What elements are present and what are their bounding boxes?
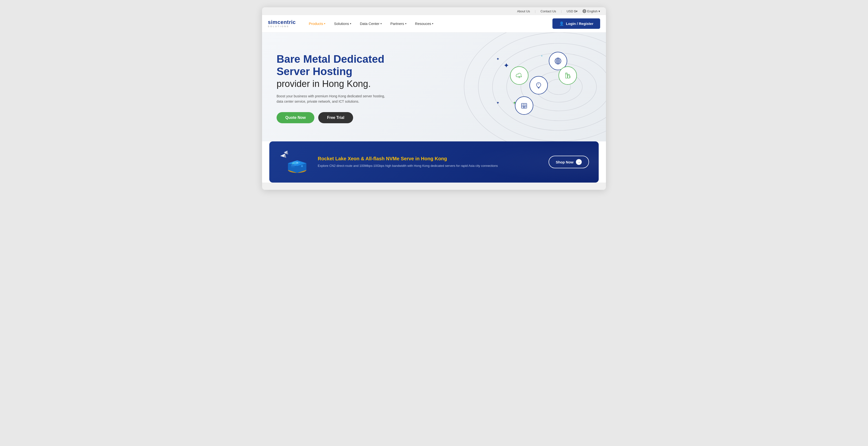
chevron-down-icon: ▾: [432, 22, 433, 25]
shop-now-button[interactable]: Shop Now →: [549, 156, 589, 168]
server-3d-svg: [279, 149, 310, 175]
arrow-icon: →: [576, 159, 582, 165]
promo-description: Explore CN2 direct-route and 100Mbps-10G…: [318, 163, 541, 168]
promo-banner: Rocket Lake Xeon & All-flash NVMe Serve …: [269, 141, 599, 183]
login-label: Login / Register: [566, 22, 593, 26]
promo-text: Rocket Lake Xeon & All-flash NVMe Serve …: [318, 156, 541, 168]
hero-buttons: Quote Now Free Trial: [277, 112, 417, 123]
database-circle-icon: [558, 66, 577, 85]
svg-point-44: [292, 164, 293, 164]
svg-rect-34: [523, 107, 525, 108]
divider2: |: [561, 9, 562, 13]
sparkle-icon-2: ✦: [503, 62, 509, 69]
hero-subtitle: provider in Hong Kong.: [277, 78, 417, 90]
nav-links: Products ▾ Solutions ▾ Data Center ▾ Par…: [305, 20, 552, 28]
quote-now-button[interactable]: Quote Now: [277, 112, 314, 123]
globe-svg: [554, 57, 562, 65]
bulb-circle-icon: [529, 76, 548, 94]
logo-name: simcentric: [268, 20, 296, 25]
logo[interactable]: simcentric SOLUTIONS: [268, 20, 296, 28]
utility-bar: About Us | Contact Us | USD $▾ English ▾: [262, 7, 606, 15]
hero-icons: ✦ ✦ ✦ ✦ ✦: [417, 47, 591, 129]
database-svg: [563, 71, 572, 80]
svg-point-40: [297, 162, 298, 163]
language-selector[interactable]: English ▾: [583, 9, 600, 13]
nav-products-label: Products: [309, 22, 323, 26]
chevron-down-icon: ▾: [405, 22, 406, 25]
bulb-svg: [534, 81, 543, 90]
logo-text-dark: simcentric: [268, 19, 296, 25]
free-trial-button[interactable]: Free Trial: [318, 112, 353, 123]
hero-section: Bare Metal Dedicated Server Hosting prov…: [262, 32, 606, 141]
sparkle-icon-1: ✦: [496, 57, 499, 61]
shop-now-label: Shop Now: [556, 160, 574, 164]
cloud-svg: [515, 71, 524, 80]
hero-title-line1: Bare Metal Dedicated: [277, 53, 384, 65]
hero-description: Boost your business with premium Hong Ko…: [277, 93, 388, 104]
divider: |: [535, 9, 535, 13]
building-circle-icon: [515, 96, 533, 115]
building-svg: [520, 101, 528, 110]
globe-icon: [583, 9, 586, 13]
nav-resources[interactable]: Resouces ▾: [412, 20, 437, 28]
hero-title: Bare Metal Dedicated Server Hosting: [277, 53, 417, 77]
chevron-down-icon: ▾: [324, 22, 325, 25]
nav-solutions[interactable]: Solutions ▾: [331, 20, 354, 28]
svg-rect-28: [570, 75, 570, 78]
promo-image: [279, 149, 310, 175]
currency-selector[interactable]: USD $▾: [566, 9, 578, 13]
hero-content: Bare Metal Dedicated Server Hosting prov…: [277, 53, 417, 123]
svg-rect-41: [291, 165, 296, 166]
contact-us-link[interactable]: Contact Us: [540, 9, 556, 13]
svg-rect-25: [565, 73, 567, 74]
nav-resources-label: Resouces: [415, 22, 431, 26]
promo-title: Rocket Lake Xeon & All-flash NVMe Serve …: [318, 156, 541, 161]
chevron-down-icon: ▾: [380, 22, 382, 25]
chevron-down-icon: ▾: [350, 22, 351, 25]
svg-point-45: [293, 163, 294, 164]
svg-line-23: [538, 84, 538, 85]
svg-point-43: [301, 165, 303, 167]
svg-rect-42: [291, 167, 295, 167]
cloud-circle-icon: [510, 66, 528, 85]
login-button[interactable]: 👤 Login / Register: [552, 19, 600, 29]
user-icon: 👤: [559, 21, 564, 26]
nav-partners[interactable]: Partners ▾: [387, 20, 410, 28]
svg-rect-29: [521, 103, 527, 108]
nav-solutions-label: Solutions: [334, 22, 349, 26]
hero-title-line2: Server Hosting: [277, 65, 352, 77]
sparkle-icon-4: ✦: [496, 100, 499, 105]
nav-datacenter[interactable]: Data Center ▾: [356, 20, 385, 28]
nav-products[interactable]: Products ▾: [305, 20, 329, 28]
about-us-link[interactable]: About Us: [517, 9, 530, 13]
browser-frame: About Us | Contact Us | USD $▾ English ▾…: [262, 7, 606, 190]
svg-rect-27: [568, 74, 569, 76]
logo-tagline: SOLUTIONS: [268, 25, 296, 28]
nav-partners-label: Partners: [391, 22, 404, 26]
sparkle-icon-5: ✦: [540, 54, 543, 58]
nav-datacenter-label: Data Center: [360, 22, 379, 26]
main-content: simcentric SOLUTIONS Products ▾ Solution…: [262, 15, 606, 183]
navbar: simcentric SOLUTIONS Products ▾ Solution…: [262, 15, 606, 32]
language-label: English ▾: [587, 9, 600, 13]
